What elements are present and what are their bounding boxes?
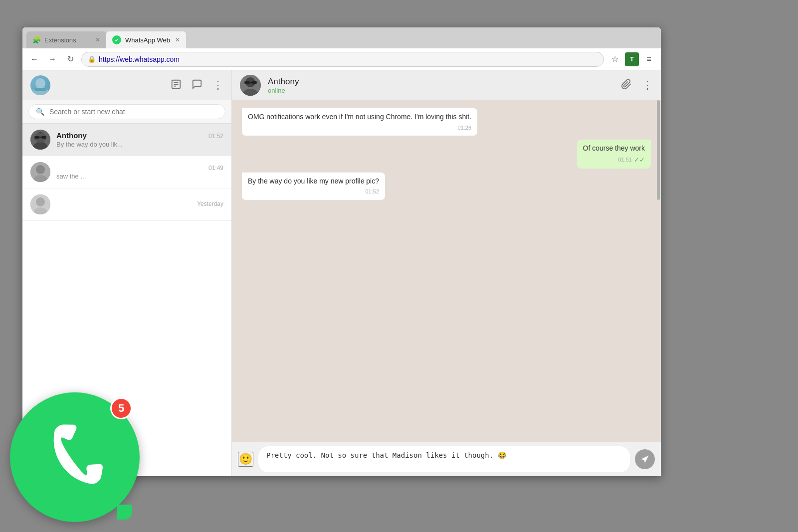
messages-area: OMG notifications work even if I'm not u… <box>232 100 661 442</box>
message-2-ticks: ✓✓ <box>634 156 645 165</box>
message-2-text: Of course they work <box>583 144 645 154</box>
tab-extensions-close[interactable]: ✕ <box>95 36 100 43</box>
chat-info-second: 01:49 saw the ... <box>56 165 223 180</box>
url-box[interactable]: 🔒 https://web.whatsapp.com <box>81 52 604 67</box>
chat-header: Anthony online ⋮ <box>232 70 661 100</box>
contact-avatar-main[interactable] <box>240 75 261 96</box>
send-button[interactable] <box>635 449 655 469</box>
user-avatar[interactable] <box>30 75 50 95</box>
tab-bar: 🧩 Extensions ✕ ✔ WhatsApp Web ✕ <box>22 27 661 48</box>
svg-rect-13 <box>39 137 41 138</box>
anthony-preview: By the way do you lik... <box>56 141 223 148</box>
star-button[interactable]: ☆ <box>608 52 622 66</box>
search-input[interactable] <box>49 108 218 116</box>
whatsapp-logo-circle: 5 <box>10 392 140 522</box>
message-2-time: 01:51 <box>618 156 632 164</box>
svg-rect-25 <box>250 82 251 83</box>
chat-item-anthony[interactable]: Anthony 01:52 By the way do you lik... <box>22 124 231 156</box>
notification-count: 5 <box>118 402 124 415</box>
anthony-time: 01:52 <box>208 133 223 140</box>
third-time: Yesterday <box>197 200 223 207</box>
svg-rect-2 <box>34 88 46 91</box>
browser-actions: ☆ T ≡ <box>608 52 656 66</box>
anthony-avatar <box>30 130 50 150</box>
contact-info[interactable]: Anthony online <box>268 77 614 94</box>
message-3-time: 01:52 <box>365 188 379 195</box>
message-1: OMG notifications work even if I'm not u… <box>242 108 477 136</box>
chat-header-actions: ⋮ <box>621 79 653 92</box>
chat-status-icon[interactable] <box>171 79 182 92</box>
message-1-text: OMG notifications work even if I'm not u… <box>248 112 471 122</box>
search-icon: 🔍 <box>36 108 44 116</box>
svg-rect-24 <box>251 81 257 84</box>
extension-button[interactable]: T <box>625 52 639 66</box>
tab-whatsapp[interactable]: ✔ WhatsApp Web ✕ <box>106 31 186 48</box>
chat-input-area: 🙂 Pretty cool. Not so sure that Madison … <box>232 442 661 476</box>
reload-button[interactable]: ↻ <box>63 52 77 66</box>
third-avatar <box>30 194 50 214</box>
forward-button[interactable]: → <box>45 52 59 66</box>
sidebar-actions: ⋮ <box>171 79 223 92</box>
compose-icon[interactable] <box>192 79 202 92</box>
whatsapp-tab-icon: ✔ <box>112 35 121 44</box>
tab-extensions[interactable]: 🧩 Extensions ✕ <box>26 31 106 48</box>
attach-icon[interactable] <box>621 79 632 92</box>
sidebar-more-icon[interactable]: ⋮ <box>212 79 223 92</box>
svg-point-15 <box>36 165 45 174</box>
tab-whatsapp-close[interactable]: ✕ <box>175 36 180 43</box>
search-box[interactable]: 🔍 <box>28 104 225 119</box>
second-avatar <box>30 162 50 182</box>
phone-icon-svg <box>37 420 112 495</box>
chat-item-second[interactable]: 01:49 saw the ... <box>22 156 231 188</box>
message-3: By the way do you like my new profile pi… <box>242 173 385 200</box>
main-chat: Anthony online ⋮ OMG notifications work <box>232 70 661 476</box>
scrollbar[interactable] <box>657 100 660 200</box>
tab-whatsapp-label: WhatsApp Web <box>125 36 170 44</box>
emoji-button[interactable]: 🙂 <box>238 452 253 467</box>
second-preview: saw the ... <box>56 173 223 180</box>
address-bar: ← → ↻ 🔒 https://web.whatsapp.com ☆ T ≡ <box>22 48 661 70</box>
svg-rect-12 <box>41 136 46 139</box>
message-2: Of course they work 01:51 ✓✓ <box>577 140 651 169</box>
contact-name: Anthony <box>268 77 614 87</box>
chat-info-third: Yesterday <box>56 200 223 208</box>
chat-item-third[interactable]: Yesterday <box>22 188 231 221</box>
contact-status: online <box>268 87 614 94</box>
tab-extensions-label: Extensions <box>44 36 76 44</box>
message-1-time: 01:26 <box>458 124 472 132</box>
url-text: https://web.whatsapp.com <box>99 55 180 63</box>
message-3-text: By the way do you like my new profile pi… <box>248 177 379 186</box>
back-button[interactable]: ← <box>27 52 41 66</box>
puzzle-icon: 🧩 <box>32 36 40 44</box>
sidebar-header: ⋮ <box>22 70 231 100</box>
svg-point-1 <box>35 78 45 88</box>
svg-rect-11 <box>34 136 39 139</box>
notification-badge: 5 <box>110 397 132 419</box>
second-time: 01:49 <box>208 165 223 172</box>
chat-info-anthony: Anthony 01:52 By the way do you lik... <box>56 131 223 148</box>
svg-point-18 <box>36 197 45 206</box>
chat-more-icon[interactable]: ⋮ <box>642 79 653 92</box>
svg-rect-23 <box>244 81 250 84</box>
anthony-name: Anthony <box>56 131 87 140</box>
search-area: 🔍 <box>22 100 231 124</box>
lock-icon: 🔒 <box>88 55 96 63</box>
menu-button[interactable]: ≡ <box>642 52 656 66</box>
chat-input[interactable]: Pretty cool. Not so sure that Madison li… <box>258 446 630 472</box>
whatsapp-logo-overlay: 5 <box>10 392 140 522</box>
